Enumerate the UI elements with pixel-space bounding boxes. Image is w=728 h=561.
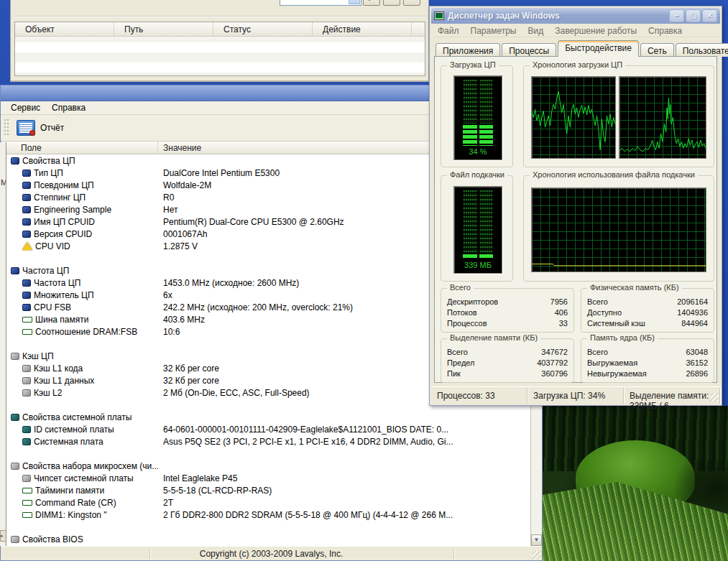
tab[interactable]: Приложения xyxy=(436,43,500,57)
menu-item[interactable]: Сервис xyxy=(5,101,46,114)
physical-memory-group: Физическая память (КБ) Всего2096164Досту… xyxy=(581,288,714,333)
row-type-icon xyxy=(11,463,19,470)
table-row[interactable]: DIMM1: Kingston " 2 Гб DDR2-800 DDR2 SDR… xyxy=(1,509,530,521)
table-row[interactable]: ID системной платы 64-0601-000001-001011… xyxy=(1,423,530,435)
taskman-title: Диспетчер задач Windows xyxy=(448,11,560,21)
row-type-icon xyxy=(22,512,32,518)
cpu-usage-value: 34 % xyxy=(454,147,502,159)
column-header[interactable]: Путь xyxy=(114,22,213,36)
row-type-icon xyxy=(22,329,32,335)
scroll-down-icon[interactable]: ▼ xyxy=(531,534,542,546)
row-type-icon xyxy=(11,157,19,164)
pagefile-history-label: Хронология использования файла подкачки xyxy=(530,170,698,179)
close-button[interactable]: ✕ xyxy=(702,9,717,22)
menu-item[interactable]: Завершение работы xyxy=(549,24,642,37)
row-type-icon xyxy=(22,194,31,201)
row-type-icon xyxy=(22,500,32,506)
cpu-core1-line xyxy=(532,91,615,149)
scroll-right-icon[interactable]: ▸ xyxy=(0,530,6,542)
column-header[interactable]: Объект xyxy=(15,22,114,36)
row-label: Свойства набора микросхем (чи... xyxy=(22,461,158,471)
cpu-usage-group: Загрузка ЦП 34 % xyxy=(441,65,513,167)
tab[interactable]: Пользователи xyxy=(676,43,728,57)
menu-item[interactable]: Справка xyxy=(642,24,688,37)
desktop-wallpaper xyxy=(543,406,728,561)
maximize-button[interactable]: ▢ xyxy=(686,9,701,22)
filter-combobox[interactable]: ▼ xyxy=(280,0,361,6)
row-label: Кэш L1 кода xyxy=(34,363,83,374)
column-header[interactable]: Статус xyxy=(213,22,313,36)
combobox-arrow-icon[interactable]: ▼ xyxy=(349,0,360,4)
menu-item[interactable]: Параметры xyxy=(465,24,522,37)
row-value: 2 Гб DDR2-800 DDR2 SDRAM (5-5-5-18 @ 400… xyxy=(158,510,530,520)
pagefile-group: Файл подкачки 339 МБ xyxy=(441,175,513,282)
stat-row: Невыгружаемая26896 xyxy=(587,369,708,380)
stat-row: Пик360796 xyxy=(447,369,568,380)
object-table-header: Объект Путь Статус Действие xyxy=(15,22,425,37)
row-type-icon xyxy=(22,426,31,433)
stat-row: Предел4037792 xyxy=(447,358,568,369)
table-row[interactable] xyxy=(1,448,530,460)
table-row[interactable]: Тайминги памяти 5-5-5-18 (CL-RCD-RP-RAS) xyxy=(1,484,530,496)
resize-grip[interactable] xyxy=(533,551,541,560)
column-header-field[interactable]: Поле xyxy=(1,142,158,154)
column-header[interactable]: Действие xyxy=(313,22,412,36)
cpu-core2-line xyxy=(619,98,706,152)
tab[interactable]: Процессы xyxy=(502,43,556,57)
tab[interactable]: Сеть xyxy=(640,43,674,57)
row-label: Соотношение DRAM:FSB xyxy=(35,327,137,337)
row-label: Engineering Sample xyxy=(34,205,111,215)
menu-item[interactable]: Файл xyxy=(432,24,465,37)
stat-row: Процессов33 xyxy=(447,319,568,330)
table-row[interactable]: Свойства системной платы xyxy=(1,411,530,423)
commit-charge-group: Выделение памяти (КБ) Всего347672Предел4… xyxy=(441,338,574,383)
taskman-menubar: ФайлПараметрыВидЗавершение работыСправка xyxy=(432,24,719,37)
start-button[interactable]: ▶ xyxy=(363,0,380,6)
row-type-icon xyxy=(22,206,31,213)
resize-grip[interactable] xyxy=(710,393,719,402)
background-window: ▼ ▶ ●● ▬ Объект Путь Статус Действие xyxy=(10,0,429,82)
taskman-titlebar[interactable]: Диспетчер задач Windows – ▢ ✕ xyxy=(431,8,720,24)
toolbar-grip[interactable] xyxy=(4,119,9,137)
clipped-text-fragment: МГ xyxy=(1,178,6,187)
row-type-icon xyxy=(11,414,19,421)
minimize-button[interactable]: – xyxy=(669,9,684,22)
table-row[interactable] xyxy=(1,521,530,533)
row-type-icon xyxy=(22,365,31,372)
table-row[interactable]: Чипсет системной платы Intel Eaglelake P… xyxy=(1,472,530,484)
tab[interactable]: Быстродействие xyxy=(558,40,639,57)
row-type-icon xyxy=(22,475,31,482)
table-row[interactable]: Command Rate (CR) 2T xyxy=(1,496,530,509)
row-label: ID системной платы xyxy=(34,425,114,435)
row-type-icon xyxy=(22,231,31,238)
row-label: Свойства системной платы xyxy=(22,412,132,422)
background-window-sliver: МГ ▸ xyxy=(0,142,6,546)
row-label: CPU FSB xyxy=(34,302,71,312)
row-type-icon xyxy=(22,488,32,493)
row-type-icon xyxy=(22,242,32,250)
row-label: Кэш L2 xyxy=(34,388,62,398)
stop-button[interactable]: ▬ xyxy=(403,0,420,6)
cpu-history-group: Хронология загрузки ЦП xyxy=(523,65,714,167)
status-panel: Процессов: 33 xyxy=(431,387,527,404)
table-row[interactable]: Системная плата Asus P5Q SE2 (3 PCI, 2 P… xyxy=(1,435,530,448)
report-button[interactable]: Отчёт xyxy=(14,118,71,138)
stat-row: Системный кэш844964 xyxy=(587,319,708,330)
row-type-icon xyxy=(22,218,31,226)
report-icon xyxy=(17,120,35,136)
pause-button[interactable]: ●● xyxy=(383,0,400,6)
table-row[interactable]: Свойства BIOS xyxy=(1,533,530,545)
row-type-icon xyxy=(11,353,19,360)
table-row[interactable]: Свойства набора микросхем (чи... xyxy=(1,460,530,472)
menu-item[interactable]: Вид xyxy=(522,24,549,37)
row-type-icon xyxy=(22,317,32,323)
kernel-memory-group: Память ядра (КБ) Всего63048Выгружаемая36… xyxy=(581,338,714,383)
row-label: Command Rate (CR) xyxy=(35,498,116,508)
pagefile-history-graph xyxy=(531,187,706,272)
cpu-usage-label: Загрузка ЦП xyxy=(447,60,499,69)
status-panel: Загрузка ЦП: 34% xyxy=(527,387,624,404)
row-label: Шина памяти xyxy=(35,315,88,325)
desktop: { "desktop": { "base_blue": "#2a52b4" },… xyxy=(0,0,728,561)
menu-item[interactable]: Справка xyxy=(46,101,91,114)
play-icon: ▶ xyxy=(369,0,374,1)
